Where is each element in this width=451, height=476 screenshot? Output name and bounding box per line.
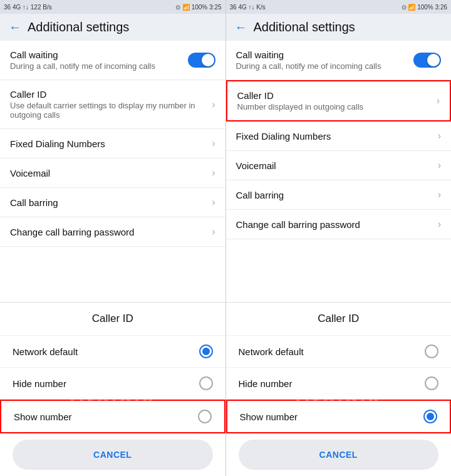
left-cancel-button[interactable]: CANCEL (13, 440, 213, 470)
right-call-waiting-toggle[interactable] (413, 53, 441, 68)
left-option-network-default-label: Network default (13, 346, 78, 357)
right-change-pw-chevron: › (438, 219, 441, 230)
right-radio-network-default[interactable] (425, 344, 438, 358)
left-caller-id-chevron: › (212, 99, 215, 110)
left-item-voicemail-title: Voicemail (10, 168, 207, 178)
left-radio-network-default[interactable] (199, 344, 213, 358)
right-panel: 36 4G ↑↓ K/s ⊙ 📶 100% 3:26 ← Additional … (226, 0, 452, 476)
right-page-header: ← Additional settings (226, 14, 452, 41)
right-dialog: Caller ID Network default Hide number Sh… (226, 302, 452, 476)
right-dialog-title: Caller ID (226, 303, 452, 336)
left-item-fixed-dialing[interactable]: Fixed Dialing Numbers › (0, 129, 226, 158)
right-voicemail-chevron: › (438, 160, 441, 171)
right-status-left: 36 4G ↑↓ K/s (230, 4, 266, 11)
left-item-call-barring-title: Call barring (10, 197, 207, 208)
left-item-caller-id[interactable]: Caller ID Use default carrier settings t… (0, 80, 226, 129)
left-option-show-number-label: Show number (14, 411, 72, 422)
left-fixed-dialing-chevron: › (212, 138, 215, 149)
left-panel: 36 4G ↑↓ 122 B/s ⊙ 📶 100% 3:25 ← Additio… (0, 0, 226, 476)
left-option-network-default[interactable]: Network default (0, 336, 226, 368)
right-status-right: ⊙ 📶 100% 3:26 (402, 4, 447, 11)
left-item-fixed-dialing-title: Fixed Dialing Numbers (10, 138, 207, 149)
right-item-call-waiting-subtitle: During a call, notify me of incoming cal… (236, 61, 414, 71)
right-option-network-default-label: Network default (239, 346, 304, 357)
right-status-bar: 36 4G ↑↓ K/s ⊙ 📶 100% 3:26 (226, 0, 452, 14)
right-call-barring-chevron: › (438, 189, 441, 200)
left-item-voicemail[interactable]: Voicemail › (0, 158, 226, 188)
right-item-caller-id-title: Caller ID (237, 90, 432, 101)
left-item-call-waiting-title: Call waiting (10, 49, 188, 60)
right-option-show-number[interactable]: Show number (226, 400, 452, 433)
left-page-title: Additional settings (28, 20, 129, 34)
right-back-arrow[interactable]: ← (235, 20, 247, 34)
left-item-caller-id-subtitle: Use default carrier settings to display … (10, 101, 207, 120)
left-settings-list: Call waiting During a call, notify me of… (0, 41, 226, 302)
right-item-change-call-barring-pw[interactable]: Change call barring password › (226, 210, 452, 239)
left-item-call-waiting[interactable]: Call waiting During a call, notify me of… (0, 41, 226, 80)
right-item-change-pw-title: Change call barring password (236, 219, 433, 230)
left-status-left: 36 4G ↑↓ 122 B/s (4, 4, 52, 11)
right-item-voicemail[interactable]: Voicemail › (226, 151, 452, 180)
left-option-hide-number[interactable]: Hide number (0, 368, 226, 400)
right-option-hide-number[interactable]: Hide number (226, 368, 452, 400)
right-option-show-number-label: Show number (240, 411, 298, 422)
left-dialog-title: Caller ID (0, 303, 226, 336)
right-cancel-button[interactable]: CANCEL (239, 440, 439, 470)
right-caller-id-chevron: › (437, 95, 440, 106)
left-voicemail-chevron: › (212, 167, 215, 178)
right-item-call-barring[interactable]: Call barring › (226, 180, 452, 210)
left-page-header: ← Additional settings (0, 14, 226, 41)
left-option-hide-number-label: Hide number (13, 378, 66, 389)
right-page-title: Additional settings (254, 20, 355, 34)
left-radio-show-number[interactable] (198, 410, 212, 423)
left-option-show-number[interactable]: Show number (0, 400, 226, 433)
left-dialog: Caller ID Network default Hide number Sh… (0, 302, 226, 476)
left-item-call-barring[interactable]: Call barring › (0, 188, 226, 217)
right-item-voicemail-title: Voicemail (236, 160, 433, 171)
left-radio-hide-number[interactable] (199, 376, 213, 390)
right-settings-list: Call waiting During a call, notify me of… (226, 41, 452, 302)
right-item-fixed-dialing[interactable]: Fixed Dialing Numbers › (226, 122, 452, 151)
left-item-change-call-barring-pw[interactable]: Change call barring password › (0, 217, 226, 247)
left-change-pw-chevron: › (212, 226, 215, 237)
left-item-call-waiting-subtitle: During a call, notify me of incoming cal… (10, 61, 188, 71)
right-item-caller-id[interactable]: Caller ID Number displayed in outgoing c… (226, 80, 452, 122)
right-item-call-barring-title: Call barring (236, 190, 433, 200)
right-option-hide-number-label: Hide number (239, 378, 293, 389)
left-item-change-pw-title: Change call barring password (10, 227, 207, 237)
left-call-waiting-toggle[interactable] (188, 53, 215, 68)
right-fixed-dialing-chevron: › (438, 130, 441, 142)
left-status-bar: 36 4G ↑↓ 122 B/s ⊙ 📶 100% 3:25 (0, 0, 226, 14)
left-status-right: ⊙ 📶 100% 3:25 (175, 4, 221, 11)
right-radio-hide-number[interactable] (425, 376, 438, 390)
right-item-call-waiting[interactable]: Call waiting During a call, notify me of… (226, 41, 452, 80)
left-back-arrow[interactable]: ← (9, 20, 21, 34)
right-item-caller-id-subtitle: Number displayed in outgoing calls (237, 102, 432, 111)
right-item-call-waiting-title: Call waiting (236, 49, 414, 60)
right-item-fixed-dialing-title: Fixed Dialing Numbers (236, 131, 433, 142)
left-item-caller-id-title: Caller ID (10, 89, 207, 100)
right-radio-show-number[interactable] (423, 410, 437, 423)
left-call-barring-chevron: › (212, 197, 215, 208)
right-option-network-default[interactable]: Network default (226, 336, 452, 368)
